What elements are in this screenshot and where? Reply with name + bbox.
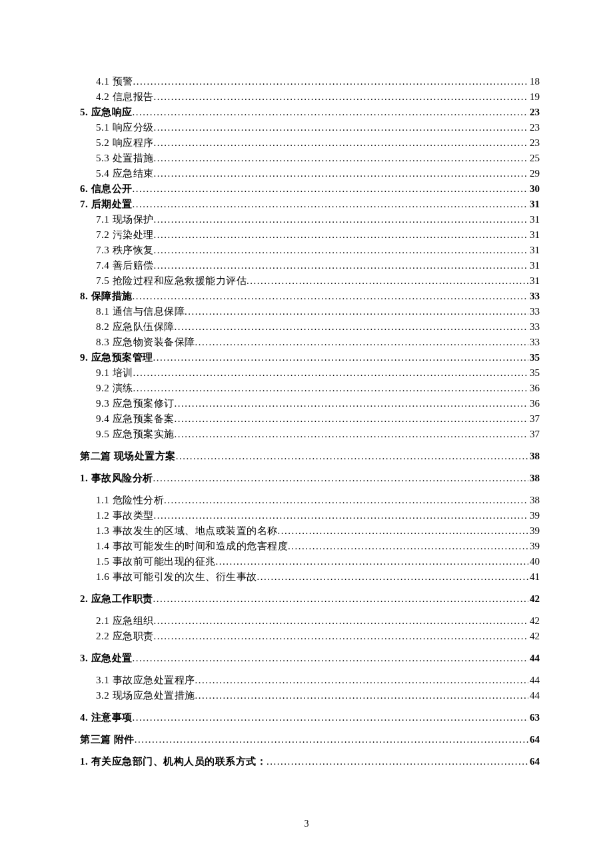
toc-entry-label: 第三篇 附件 bbox=[80, 731, 135, 747]
toc-leader bbox=[154, 507, 529, 523]
toc-entry: 1. 有关应急部门、机构人员的联系方式： 64 bbox=[80, 753, 540, 769]
toc-entry-page: 35 bbox=[528, 349, 540, 365]
toc-leader bbox=[154, 628, 529, 644]
toc-entry-label: 8. 保障措施 bbox=[80, 288, 133, 304]
toc-entry: 6. 信息公开 30 bbox=[80, 181, 540, 197]
toc-leader bbox=[154, 257, 529, 273]
toc-entry-label: 9. 应急预案管理 bbox=[80, 349, 153, 365]
toc-entry-label: 6. 信息公开 bbox=[80, 181, 133, 197]
toc-leader bbox=[133, 365, 529, 381]
toc-entry-page: 33 bbox=[528, 288, 540, 304]
toc-entry-page: 40 bbox=[528, 553, 540, 569]
toc-entry: 8.1 通信与信息保障 33 bbox=[80, 303, 540, 319]
toc-entry: 9. 应急预案管理 35 bbox=[80, 349, 540, 365]
toc-entry: 8. 保障措施 33 bbox=[80, 288, 540, 304]
toc-entry-page: 33 bbox=[528, 319, 540, 335]
toc-entry-label: 7.1 现场保护 bbox=[96, 211, 154, 227]
toc-leader bbox=[153, 470, 529, 486]
toc-entry: 7.1 现场保护 31 bbox=[80, 211, 540, 227]
toc-entry: 1.2 事故类型 39 bbox=[80, 507, 540, 523]
toc-entry-page: 37 bbox=[528, 426, 540, 442]
toc-entry: 8.3 应急物资装备保障 33 bbox=[80, 334, 540, 350]
toc-entry: 1.6 事故可能引发的次生、衍生事故 41 bbox=[80, 569, 540, 585]
toc-entry-page: 36 bbox=[528, 395, 540, 411]
toc-entry-label: 3.1 事故应急处置程序 bbox=[96, 672, 195, 688]
toc-entry-page: 33 bbox=[528, 303, 540, 319]
toc-entry: 7.3 秩序恢复 31 bbox=[80, 242, 540, 258]
toc-entry: 2.2 应急职责 42 bbox=[80, 628, 540, 644]
toc-entry-label: 5. 应急响应 bbox=[80, 104, 133, 120]
toc-entry-label: 4.2 信息报告 bbox=[96, 89, 154, 105]
toc-entry: 1.4 事故可能发生的时间和造成的危害程度 39 bbox=[80, 538, 540, 554]
toc-entry-label: 3. 应急处置 bbox=[80, 650, 133, 666]
toc-entry-label: 5.3 处置措施 bbox=[96, 150, 154, 166]
toc-entry-label: 1.1 危险性分析 bbox=[96, 492, 164, 508]
toc-entry-page: 63 bbox=[528, 709, 540, 725]
toc-entry: 4. 注意事项 63 bbox=[80, 709, 540, 725]
toc-entry: 9.3 应急预案修订 36 bbox=[80, 395, 540, 411]
toc-entry: 9.1 培训 35 bbox=[80, 365, 540, 381]
toc-entry-page: 64 bbox=[528, 753, 540, 769]
toc-entry: 2. 应急工作职责 42 bbox=[80, 591, 540, 607]
toc-entry-page: 29 bbox=[528, 165, 540, 181]
toc-entry: 5. 应急响应 23 bbox=[80, 104, 540, 120]
toc-entry-label: 5.2 响应程序 bbox=[96, 135, 154, 151]
toc-leader bbox=[154, 613, 529, 629]
toc-entry-label: 9.5 应急预案实施 bbox=[96, 426, 175, 442]
toc-leader bbox=[154, 119, 529, 135]
toc-entry-label: 1.2 事故类型 bbox=[96, 507, 154, 523]
toc-entry-label: 2.1 应急组织 bbox=[96, 613, 154, 629]
toc-entry: 7. 后期处置 31 bbox=[80, 196, 540, 212]
toc-entry-page: 35 bbox=[528, 365, 540, 381]
toc-leader bbox=[133, 73, 529, 89]
toc-entry: 5.1 响应分级 23 bbox=[80, 119, 540, 135]
toc-leader bbox=[185, 303, 528, 319]
toc-entry: 5.4 应急结束 29 bbox=[80, 165, 540, 181]
toc-entry: 1.5 事故前可能出现的征兆 40 bbox=[80, 553, 540, 569]
toc-entry-label: 8.2 应急队伍保障 bbox=[96, 319, 175, 335]
toc-entry-page: 18 bbox=[528, 73, 540, 89]
toc-entry-page: 44 bbox=[528, 650, 540, 666]
toc-leader bbox=[216, 553, 529, 569]
toc-leader bbox=[288, 538, 528, 554]
toc-leader bbox=[257, 569, 529, 585]
toc-entry: 4.2 信息报告 19 bbox=[80, 89, 540, 105]
toc-entry-label: 1. 有关应急部门、机构人员的联系方式： bbox=[80, 753, 267, 769]
toc-entry-page: 41 bbox=[528, 569, 540, 585]
toc-entry-page: 36 bbox=[528, 380, 540, 396]
toc-entry-page: 31 bbox=[528, 196, 540, 212]
toc-leader bbox=[195, 672, 529, 688]
toc-leader bbox=[154, 242, 529, 258]
toc-leader bbox=[175, 426, 529, 442]
toc-entry-label: 1.6 事故可能引发的次生、衍生事故 bbox=[96, 569, 257, 585]
toc-entry-label: 第二篇 现场处置方案 bbox=[80, 448, 176, 464]
toc-entry-label: 5.1 响应分级 bbox=[96, 119, 154, 135]
toc-entry-label: 7.5 抢险过程和应急救援能力评估 bbox=[96, 273, 247, 289]
toc-entry: 第三篇 附件 64 bbox=[80, 731, 540, 747]
toc-entry-label: 9.2 演练 bbox=[96, 380, 133, 396]
toc-leader bbox=[133, 196, 529, 212]
toc-entry-page: 31 bbox=[528, 227, 540, 243]
toc-entry-label: 2.2 应急职责 bbox=[96, 628, 154, 644]
toc-entry-label: 1.4 事故可能发生的时间和造成的危害程度 bbox=[96, 538, 288, 554]
toc-leader bbox=[176, 448, 528, 464]
toc-entry-label: 3.2 现场应急处置措施 bbox=[96, 687, 195, 703]
toc-entry-page: 31 bbox=[528, 211, 540, 227]
toc-entry-label: 1.3 事故发生的区域、地点或装置的名称 bbox=[96, 523, 278, 539]
toc-entry-page: 38 bbox=[528, 470, 540, 486]
toc-leader bbox=[133, 288, 529, 304]
toc-entry: 1.1 危险性分析 38 bbox=[80, 492, 540, 508]
toc-entry-label: 9.3 应急预案修订 bbox=[96, 395, 175, 411]
toc-entry-label: 4. 注意事项 bbox=[80, 709, 133, 725]
toc-entry: 9.2 演练 36 bbox=[80, 380, 540, 396]
toc-leader bbox=[195, 687, 529, 703]
toc-entry-label: 9.1 培训 bbox=[96, 365, 133, 381]
toc-entry: 7.5 抢险过程和应急救援能力评估 31 bbox=[80, 273, 540, 289]
toc-entry-label: 7.2 污染处理 bbox=[96, 227, 154, 243]
toc-leader bbox=[278, 523, 529, 539]
toc-entry-page: 23 bbox=[528, 104, 540, 120]
toc-entry-page: 31 bbox=[528, 273, 540, 289]
toc-entry: 1.3 事故发生的区域、地点或装置的名称 39 bbox=[80, 523, 540, 539]
toc-entry-label: 1.5 事故前可能出现的征兆 bbox=[96, 553, 216, 569]
toc-entry: 7.4 善后赔偿 31 bbox=[80, 257, 540, 273]
